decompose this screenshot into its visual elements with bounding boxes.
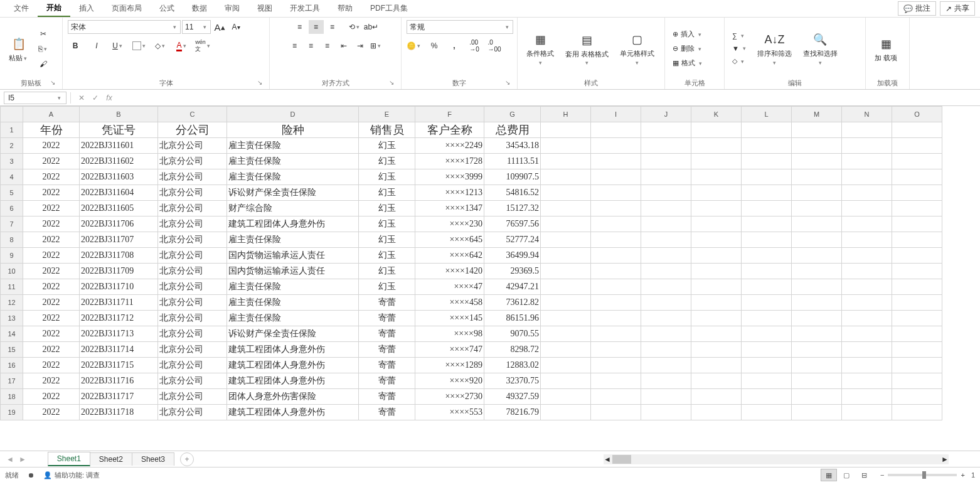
cell-K3[interactable] [691,154,742,169]
cell-J11[interactable] [641,279,691,295]
menu-tab-pagelayout[interactable]: 页面布局 [103,1,151,16]
cell-D11[interactable]: 雇主责任保险 [227,279,359,295]
cell-O16[interactable] [892,358,942,373]
cell-A5[interactable]: 2022 [23,185,80,201]
cell-M8[interactable] [792,232,842,248]
cell-M7[interactable] [792,216,842,232]
cell-L15[interactable] [742,342,792,358]
cell-I3[interactable] [591,154,641,169]
cell-C9[interactable]: 北京分公司 [158,248,227,264]
cell-D12[interactable]: 雇主责任保险 [227,295,359,311]
cell-D10[interactable]: 国内货物运输承运人责任 [227,264,359,279]
col-header-L[interactable]: L [742,107,792,122]
cell-A10[interactable]: 2022 [23,264,80,279]
cell-K6[interactable] [691,201,742,216]
name-box[interactable]: I5▾ [4,92,67,104]
cell-A7[interactable]: 2022 [23,216,80,232]
cell-M17[interactable] [792,373,842,389]
addins-button[interactable]: ▦加 载项 [871,34,901,63]
cell-H8[interactable] [541,232,591,248]
cell-N11[interactable] [842,279,892,295]
cell-H3[interactable] [541,154,591,169]
col-header-G[interactable]: G [484,107,541,122]
cell-J16[interactable] [641,358,691,373]
cut-button[interactable]: ✂ [36,27,51,41]
font-color-button[interactable]: A▾ [174,39,189,53]
cell-J7[interactable] [641,216,691,232]
cell-O17[interactable] [892,373,942,389]
cell-E13[interactable]: 寄蕾 [359,311,415,326]
cell-M5[interactable] [792,185,842,201]
menu-tab-file[interactable]: 文件 [5,1,38,16]
cell-H17[interactable] [541,373,591,389]
increase-indent-button[interactable]: ⇥ [353,39,368,53]
cell-I4[interactable] [591,169,641,185]
cell-I19[interactable] [591,405,641,420]
row-header-1[interactable]: 1 [1,122,23,138]
row-header-13[interactable]: 13 [1,311,23,326]
cell-G15[interactable]: 8298.72 [484,342,541,358]
cell-G2[interactable]: 34543.18 [484,138,541,154]
cell-I8[interactable] [591,232,641,248]
cell-J8[interactable] [641,232,691,248]
cell-O3[interactable] [892,154,942,169]
cell-I6[interactable] [591,201,641,216]
col-header-A[interactable]: A [23,107,80,122]
cell-K11[interactable] [691,279,742,295]
number-format-select[interactable]: 常规▾ [407,20,513,34]
cell-B15[interactable]: 2022BJ311714 [80,342,158,358]
horizontal-scrollbar[interactable]: ◄► [604,454,949,464]
cell-E2[interactable]: 幻玉 [359,138,415,154]
cell-F9[interactable]: ××××642 [415,248,484,264]
cell-N3[interactable] [842,154,892,169]
cell-G13[interactable]: 86151.96 [484,311,541,326]
cell-A13[interactable]: 2022 [23,311,80,326]
cell-J3[interactable] [641,154,691,169]
col-header-D[interactable]: D [227,107,359,122]
cell-E9[interactable]: 幻玉 [359,248,415,264]
cell-E11[interactable]: 幻玉 [359,279,415,295]
cell-D3[interactable]: 雇主责任保险 [227,154,359,169]
cell-H14[interactable] [541,326,591,342]
menu-tab-home[interactable]: 开始 [38,0,70,17]
cell-L1[interactable] [742,122,792,138]
sort-filter-button[interactable]: A↓Z排序和筛选▾ [754,29,796,67]
cell-E17[interactable]: 寄蕾 [359,373,415,389]
menu-tab-help[interactable]: 帮助 [329,1,361,16]
align-right-button[interactable]: ≡ [320,39,335,53]
sheet-tab-2[interactable]: Sheet2 [90,452,132,466]
cell-N15[interactable] [842,342,892,358]
cell-G1[interactable]: 总费用 [484,122,541,138]
font-dialog-launcher[interactable]: ↘ [255,79,264,88]
cell-K16[interactable] [691,358,742,373]
cell-B8[interactable]: 2022BJ311707 [80,232,158,248]
cell-A19[interactable]: 2022 [23,405,80,420]
cell-F4[interactable]: ××××3999 [415,169,484,185]
menu-tab-formulas[interactable]: 公式 [151,1,183,16]
cell-H2[interactable] [541,138,591,154]
menu-tab-pdf[interactable]: PDF工具集 [361,1,417,16]
col-header-M[interactable]: M [792,107,842,122]
zoom-out-button[interactable]: − [880,471,884,479]
cell-E15[interactable]: 寄蕾 [359,342,415,358]
cell-G16[interactable]: 12883.02 [484,358,541,373]
cell-L4[interactable] [742,169,792,185]
cell-N16[interactable] [842,358,892,373]
cell-H9[interactable] [541,248,591,264]
cell-E5[interactable]: 幻玉 [359,185,415,201]
cell-O18[interactable] [892,389,942,405]
menu-tab-developer[interactable]: 开发工具 [281,1,329,16]
cell-D17[interactable]: 建筑工程团体人身意外伤 [227,373,359,389]
cell-D6[interactable]: 财产综合险 [227,201,359,216]
cell-A17[interactable]: 2022 [23,373,80,389]
cell-G8[interactable]: 52777.24 [484,232,541,248]
fx-button[interactable]: fx [102,93,116,102]
cell-B7[interactable]: 2022BJ311706 [80,216,158,232]
cell-O14[interactable] [892,326,942,342]
cell-B6[interactable]: 2022BJ311605 [80,201,158,216]
cell-C12[interactable]: 北京分公司 [158,295,227,311]
cell-N4[interactable] [842,169,892,185]
delete-cells-button[interactable]: ⊖删除▾ [670,43,706,55]
cell-style-button[interactable]: ▢单元格样式▾ [616,29,658,67]
cell-A14[interactable]: 2022 [23,326,80,342]
